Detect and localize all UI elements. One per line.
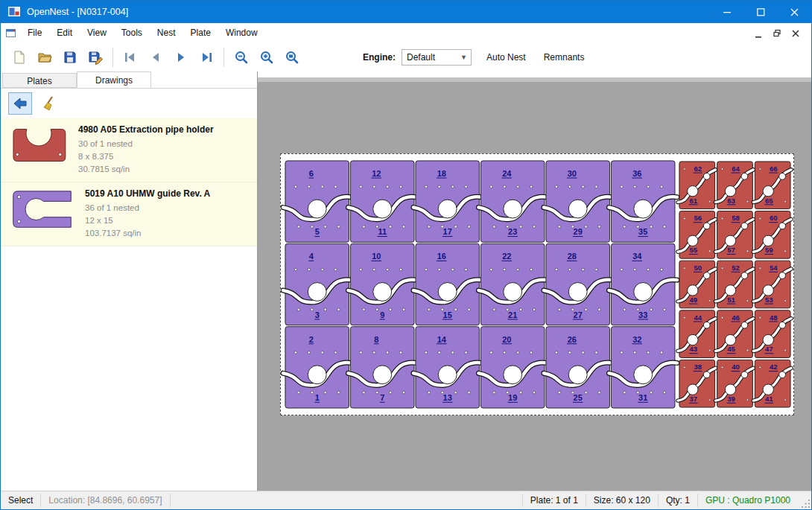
zoom-fit-button[interactable] (279, 46, 305, 68)
menu-tools[interactable]: Tools (114, 24, 150, 42)
nested-pair-purple[interactable]: 109 (348, 243, 416, 325)
nested-pair-purple[interactable]: 3029 (544, 161, 612, 242)
part-number: 21 (508, 310, 517, 319)
remnants-button[interactable]: Remnants (535, 52, 594, 63)
main-area: Plates Drawings (1, 71, 811, 491)
part-number: 6 (309, 169, 314, 178)
new-button[interactable] (7, 46, 32, 68)
nested-pair-red[interactable]: 5049 (678, 261, 716, 308)
part-number: 10 (372, 252, 381, 261)
nested-pair-red[interactable]: 5655 (678, 211, 716, 259)
part-number: 55 (690, 246, 698, 254)
part-number: 62 (694, 165, 702, 173)
clear-drawings-button[interactable] (38, 92, 62, 115)
nested-pair-purple[interactable]: 3635 (609, 161, 676, 242)
move-part-button[interactable] (8, 92, 32, 115)
close-button[interactable] (778, 1, 811, 23)
resize-grip[interactable] (801, 499, 811, 509)
part-number: 52 (732, 264, 740, 272)
part-thumbnail-purple (7, 187, 77, 233)
minimize-button[interactable] (711, 1, 744, 23)
window-title: OpenNest - [N0317-004] (27, 7, 128, 17)
part-number: 14 (437, 335, 447, 344)
close-icon (790, 8, 799, 16)
nested-pair-purple[interactable]: 3231 (609, 327, 676, 408)
maximize-button[interactable] (744, 1, 778, 23)
drawing-item-red[interactable]: 4980 A05 Extraction pipe holder 30 of 1 … (1, 118, 257, 182)
part-number: 11 (378, 227, 387, 236)
part-number: 16 (437, 252, 446, 261)
nested-pair-purple[interactable]: 1413 (413, 327, 481, 408)
nested-pair-red[interactable]: 6059 (753, 211, 791, 259)
nested-pair-red[interactable]: 4645 (716, 310, 754, 358)
part-number: 2 (309, 335, 314, 344)
nested-pair-red[interactable]: 6665 (753, 162, 791, 209)
part-number: 23 (508, 227, 517, 236)
nested-pair-purple[interactable]: 65 (283, 161, 351, 242)
menu-view[interactable]: View (80, 24, 114, 42)
last-plate-button[interactable] (194, 46, 219, 68)
nested-pair-purple[interactable]: 2827 (544, 243, 612, 325)
nested-pair-purple[interactable]: 3433 (609, 243, 676, 325)
nested-pair-purple[interactable]: 2625 (544, 327, 612, 408)
nested-pair-red[interactable]: 5251 (716, 261, 754, 308)
mdi-close-button[interactable] (787, 27, 804, 40)
zoom-out-button[interactable] (229, 46, 254, 68)
minimize-icon (723, 8, 732, 16)
mdi-minimize-button[interactable] (750, 27, 767, 40)
part-number: 27 (574, 310, 583, 319)
engine-select[interactable]: Default ▼ (402, 49, 472, 66)
part-size: 12 x 15 (85, 214, 210, 227)
status-bar: Select Location: [84.8696, 60.6957] Plat… (1, 491, 811, 509)
part-number: 28 (568, 252, 577, 261)
nested-pair-purple[interactable]: 1211 (348, 161, 416, 242)
tab-drawings[interactable]: Drawings (77, 71, 151, 88)
nested-pair-purple[interactable]: 1817 (413, 161, 481, 242)
open-button[interactable] (32, 46, 57, 68)
next-plate-button[interactable] (168, 46, 194, 68)
nested-pair-purple[interactable]: 2221 (478, 243, 546, 325)
part-number: 60 (770, 214, 778, 222)
chevron-down-icon: ▼ (460, 54, 471, 61)
side-panel: Plates Drawings (1, 71, 258, 491)
nested-pair-red[interactable]: 5857 (716, 211, 754, 259)
menu-plate[interactable]: Plate (183, 24, 218, 42)
plate[interactable]: 6512111817242330293635431091615222128273… (280, 153, 794, 415)
nested-pair-red[interactable]: 4241 (753, 360, 791, 407)
tab-plates[interactable]: Plates (2, 73, 77, 88)
status-qty: Qty: 1 (659, 495, 697, 506)
nest-canvas[interactable]: 6512111817242330293635431091615222128273… (258, 71, 811, 491)
nested-pair-red[interactable]: 3837 (678, 360, 716, 407)
nested-pair-purple[interactable]: 21 (283, 327, 351, 408)
nested-pair-purple[interactable]: 2423 (478, 161, 546, 242)
mdi-restore-icon (772, 28, 782, 39)
part-number: 54 (770, 264, 778, 272)
part-number: 38 (694, 363, 702, 371)
part-number: 51 (727, 296, 735, 304)
mdi-window-controls (750, 27, 807, 40)
menu-window[interactable]: Window (218, 24, 265, 42)
save-as-button[interactable] (83, 46, 108, 68)
save-button[interactable] (57, 46, 83, 68)
nested-pair-red[interactable]: 6261 (678, 162, 716, 209)
part-number: 24 (502, 169, 512, 178)
nested-pair-purple[interactable]: 2019 (478, 327, 546, 408)
drawing-item-purple[interactable]: 5019 A10 UHMW guide Rev. A 36 of 1 neste… (1, 182, 257, 246)
mdi-restore-button[interactable] (769, 27, 785, 40)
nested-pair-red[interactable]: 4847 (753, 310, 791, 358)
nested-pair-red[interactable]: 5453 (753, 261, 791, 308)
nested-pair-purple[interactable]: 43 (283, 243, 351, 325)
first-plate-button[interactable] (118, 46, 143, 68)
zoom-in-button[interactable] (254, 46, 279, 68)
nested-pair-purple[interactable]: 87 (348, 327, 416, 408)
auto-nest-button[interactable]: Auto Nest (478, 52, 535, 63)
menu-nest[interactable]: Nest (150, 24, 183, 42)
nested-pair-red[interactable]: 4039 (716, 360, 754, 407)
nested-pair-purple[interactable]: 1615 (413, 243, 481, 325)
previous-plate-button[interactable] (143, 46, 168, 68)
nested-pair-red[interactable]: 6463 (716, 162, 754, 209)
part-number: 53 (765, 296, 773, 304)
menu-file[interactable]: File (20, 24, 49, 42)
menu-edit[interactable]: Edit (49, 24, 80, 42)
nested-pair-red[interactable]: 4443 (678, 310, 716, 358)
